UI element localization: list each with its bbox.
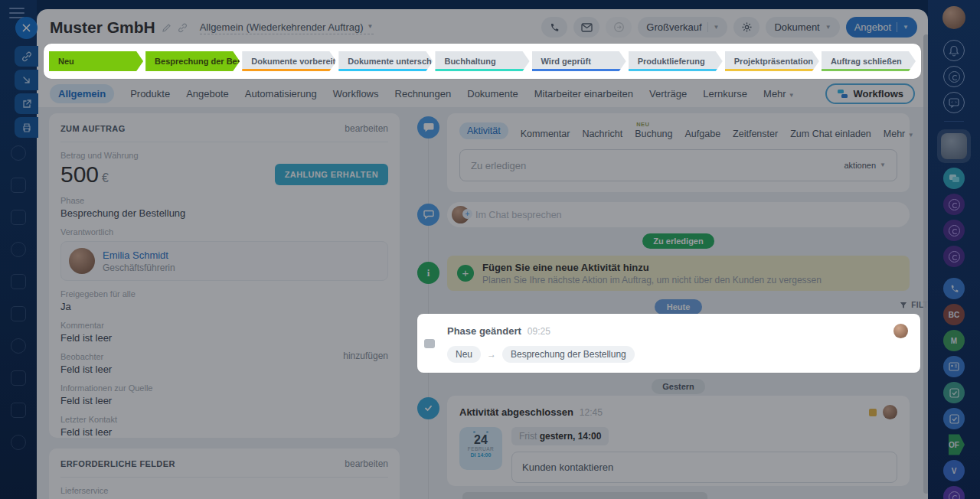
source-value[interactable]: Feld ist leer: [60, 395, 388, 406]
settings-button[interactable]: [733, 17, 760, 38]
composer-tab-aktivitaet[interactable]: Aktivität: [459, 122, 508, 139]
observer-value[interactable]: Feld ist leer: [60, 364, 388, 375]
composer-tab-zeitfenster[interactable]: Zeitfenster: [733, 129, 778, 139]
active-user-avatar[interactable]: [937, 129, 971, 163]
stage-produktlieferung[interactable]: Produktlieferung: [629, 51, 723, 71]
composer-tab-aufgabe[interactable]: Aufgabe: [685, 129, 721, 139]
sales-type-dropdown[interactable]: Großverkauf ▼: [638, 17, 727, 38]
copy-link-button[interactable]: [15, 46, 38, 67]
edit-title-icon[interactable]: [162, 23, 172, 33]
tasks-icon[interactable]: [11, 274, 26, 289]
print-button[interactable]: [15, 117, 38, 138]
last-contact-value[interactable]: Feld ist leer: [60, 426, 388, 438]
tab-lernkurse[interactable]: Lernkurse: [703, 88, 747, 99]
edit-required-link[interactable]: bearbeiten: [345, 458, 388, 469]
tasks-item-2[interactable]: [943, 408, 965, 429]
copy-link-icon[interactable]: [178, 23, 188, 33]
automation-button[interactable]: [606, 17, 632, 38]
copilot-button[interactable]: [943, 66, 965, 87]
minimize-slider-button[interactable]: [15, 70, 38, 90]
edit-panel-link[interactable]: bearbeiten: [345, 123, 388, 134]
add-observer-link[interactable]: hinzufügen: [343, 351, 388, 361]
phase-value[interactable]: Besprechung der Bestellung: [60, 207, 388, 219]
todo-input[interactable]: [471, 160, 844, 171]
notifications-button[interactable]: [943, 40, 965, 61]
amount-label: Betrag und Währung: [60, 151, 388, 160]
shared-value[interactable]: Ja: [60, 301, 388, 312]
document-dropdown[interactable]: Dokument ▼: [766, 17, 839, 38]
analytics-icon[interactable]: [11, 435, 26, 450]
tab-mehr[interactable]: Mehr▼: [763, 88, 795, 99]
chat-icon[interactable]: [11, 145, 26, 161]
stage-besprechung[interactable]: Besprechung der Bes...: [145, 51, 240, 71]
responsible-card[interactable]: Emilia Schmidt Geschäftsführerin: [60, 241, 388, 281]
chat-badge-v[interactable]: V: [943, 460, 965, 481]
composer-tab-kommentar[interactable]: Kommentar: [521, 129, 570, 139]
profile-avatar[interactable]: [942, 6, 965, 29]
open-new-window-button[interactable]: [15, 93, 38, 114]
copilot-chat-3[interactable]: [943, 246, 965, 267]
pipeline-selector[interactable]: Allgemein (Wiederkehrender Auftrag) ▼: [200, 21, 374, 34]
calendar-icon[interactable]: [11, 178, 26, 193]
email-button[interactable]: [573, 17, 599, 38]
add-participant-icon[interactable]: +: [462, 209, 472, 219]
tab-vertraege[interactable]: Verträge: [649, 88, 687, 99]
stage-buchhaltung[interactable]: Buchhaltung: [435, 51, 529, 71]
workflows-button[interactable]: Workflows: [825, 83, 916, 104]
composer-tab-buchung[interactable]: NEUBuchung: [635, 129, 672, 139]
chat-discuss-bar: +: [447, 202, 910, 227]
copilot-chat-4[interactable]: [943, 486, 965, 499]
stage-projektpraesentation[interactable]: Projektpräsentation: [725, 51, 819, 71]
angebot-button[interactable]: Angebot ▼: [846, 17, 917, 38]
arrow-right-icon: →: [487, 349, 496, 360]
messenger-button[interactable]: [943, 92, 965, 113]
tab-workflows[interactable]: Workflows: [333, 88, 379, 99]
tab-dokumente[interactable]: Dokumente: [467, 88, 518, 99]
close-slider-button[interactable]: [15, 17, 38, 39]
chat-input[interactable]: [475, 210, 905, 220]
tasks-item-1[interactable]: [943, 382, 965, 403]
tab-rechnungen[interactable]: Rechnungen: [395, 88, 452, 99]
tab-angebote[interactable]: Angebote: [186, 88, 229, 99]
tab-produkte[interactable]: Produkte: [130, 88, 170, 99]
chat-item[interactable]: [943, 168, 965, 189]
shop-icon[interactable]: [11, 403, 26, 418]
comment-value[interactable]: Feld ist leer: [60, 332, 388, 344]
groups-icon[interactable]: [11, 338, 26, 354]
payment-received-button[interactable]: ZAHLUNG ERHALTEN: [275, 164, 388, 185]
responsible-role: Geschäftsführerin: [103, 263, 175, 273]
phase-changed-entry[interactable]: Phase geändert 09:25 Neu → Besprechung d…: [417, 314, 920, 373]
detail-tabs: Allgemein Produkte Angebote Automatisier…: [50, 83, 915, 104]
stage-dokumente-vorbereiten[interactable]: Dokumente vorbereit...: [242, 51, 336, 71]
copilot-chat-1[interactable]: [943, 194, 965, 215]
composer-tab-zum-chat-einladen[interactable]: Zum Chat einladen: [790, 129, 871, 139]
tab-mitarbeiter-einarbeiten[interactable]: Mitarbeiter einarbeiten: [534, 88, 633, 99]
done-entry-text[interactable]: Kunden kontaktieren: [511, 452, 897, 483]
deal-amount[interactable]: 500€: [60, 161, 109, 188]
chat-badge-bc[interactable]: BC: [943, 304, 965, 325]
mail-icon[interactable]: [11, 306, 26, 321]
tab-automatisierung[interactable]: Automatisierung: [245, 88, 317, 99]
video-icon[interactable]: [11, 242, 26, 257]
stage-neu[interactable]: Neu: [49, 51, 143, 71]
composer-tab-nachricht[interactable]: Nachricht: [582, 129, 622, 139]
add-activity-banner[interactable]: + Fügen Sie eine neue Aktivität hinzu Pl…: [447, 256, 910, 291]
actions-dropdown[interactable]: aktionen▼: [844, 161, 886, 170]
responsible-name[interactable]: Emilia Schmidt: [103, 250, 175, 261]
activity-done-entry[interactable]: Aktivität abgeschlossen 12:45 24 FEBRUAR…: [447, 396, 910, 486]
contacts-item[interactable]: [943, 356, 965, 377]
tab-allgemein[interactable]: Allgemein: [50, 84, 114, 103]
sites-icon[interactable]: [11, 370, 26, 386]
composer-tab-mehr[interactable]: Mehr ▼: [884, 129, 914, 139]
stage-auftrag-schliessen[interactable]: Auftrag schließen: [822, 51, 916, 71]
tab-mehr-label: Mehr: [763, 88, 786, 99]
stage-dokumente-unterschreiben[interactable]: Dokumente untersch...: [338, 51, 433, 71]
drive-icon[interactable]: [11, 210, 26, 225]
pipeline-stage-bar: Neu Besprechung der Bes... Dokumente vor…: [44, 44, 921, 79]
call-button[interactable]: [541, 17, 567, 38]
chat-badge-of[interactable]: OF: [943, 434, 965, 455]
copilot-chat-2[interactable]: [943, 220, 965, 241]
chat-badge-m[interactable]: M: [943, 330, 965, 351]
stage-wird-geprueft[interactable]: Wird geprüft: [532, 51, 626, 71]
calls-item[interactable]: [943, 278, 965, 299]
